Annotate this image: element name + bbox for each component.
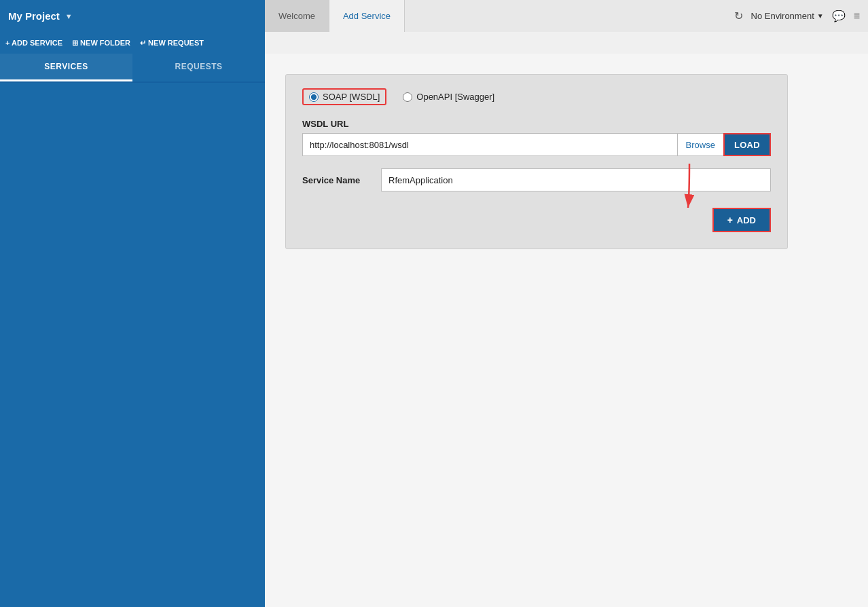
browse-button[interactable]: Browse [677, 133, 723, 156]
tab-welcome[interactable]: Welcome [265, 0, 329, 32]
wsdl-url-label: WSDL URL [302, 119, 771, 129]
environment-selector[interactable]: No Environment ▼ [751, 11, 824, 21]
openapi-radio-label: OpenAPI [Swagger] [416, 92, 494, 102]
action-bar: + ADD SERVICE ⊞ NEW FOLDER ↵ NEW REQUEST [0, 32, 265, 54]
new-request-button[interactable]: ↵ NEW REQUEST [140, 39, 204, 48]
new-request-label: ↵ NEW REQUEST [140, 39, 204, 48]
service-name-input[interactable] [381, 168, 771, 191]
project-title[interactable]: My Project ▼ [0, 0, 265, 32]
add-service-form: SOAP [WSDL] OpenAPI [Swagger] WSDL URL B… [285, 74, 788, 249]
soap-radio-label: SOAP [WSDL] [323, 92, 380, 102]
service-name-label: Service Name [302, 175, 370, 185]
service-type-radio-group: SOAP [WSDL] OpenAPI [Swagger] [302, 88, 771, 105]
soap-radio-option[interactable]: SOAP [WSDL] [309, 92, 380, 102]
new-folder-label: ⊞ NEW FOLDER [72, 39, 130, 48]
add-button-row: + ADD [302, 208, 771, 232]
sidebar-tab-services[interactable]: SERVICES [0, 54, 132, 81]
chat-icon[interactable]: 💬 [832, 10, 846, 22]
hamburger-menu-icon[interactable]: ≡ [854, 10, 860, 22]
add-button[interactable]: + ADD [712, 208, 771, 232]
sidebar-tab-requests[interactable]: REQUESTS [132, 54, 265, 81]
load-button[interactable]: LOAD [723, 133, 771, 156]
soap-option-wrapper: SOAP [WSDL] [302, 88, 386, 105]
content-area: SOAP [WSDL] OpenAPI [Swagger] WSDL URL B… [265, 54, 868, 607]
arrow-annotation [649, 164, 710, 211]
tab-add-service[interactable]: Add Service [329, 0, 405, 32]
wsdl-url-input[interactable] [302, 133, 677, 156]
project-chevron-icon: ▼ [65, 12, 73, 20]
project-name-label: My Project [8, 10, 60, 22]
wsdl-url-row: Browse LOAD [302, 133, 771, 156]
add-plus-icon: + [727, 215, 733, 225]
openapi-radio-option[interactable]: OpenAPI [Swagger] [403, 92, 494, 102]
add-service-label: + ADD SERVICE [5, 39, 62, 47]
sidebar: SERVICES REQUESTS [0, 54, 265, 607]
sidebar-content [0, 83, 265, 607]
openapi-radio-input[interactable] [403, 92, 412, 102]
env-label: No Environment [751, 11, 814, 21]
env-chevron-icon: ▼ [817, 12, 824, 20]
soap-radio-input[interactable] [309, 92, 319, 102]
refresh-icon[interactable]: ↻ [734, 10, 743, 22]
new-folder-button[interactable]: ⊞ NEW FOLDER [72, 39, 130, 48]
add-button-label: ADD [737, 215, 756, 225]
add-service-button[interactable]: + ADD SERVICE [5, 39, 62, 47]
